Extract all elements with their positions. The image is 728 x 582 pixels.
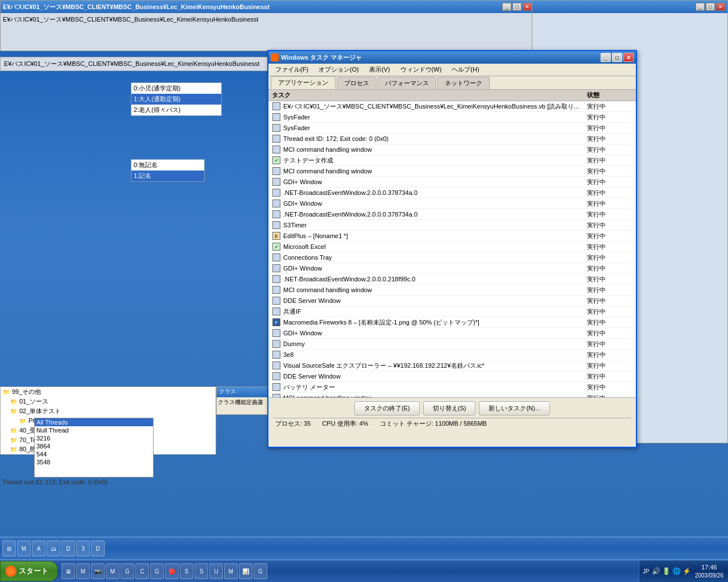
task-list-item[interactable]: MCI command handling window実行中 [268,285,636,296]
tm-minimize-btn[interactable]: _ [601,53,611,62]
taskbar-item-r1-2[interactable]: M [17,541,31,556]
thread-3548[interactable]: 3548 [35,458,153,466]
task-list-item[interactable]: FMacromedia Fireworks 8 – [名称未設定-1.png @… [268,317,636,328]
task-list-item[interactable]: .NET-BroadcastEventWindow.2.0.0.0.218f99… [268,274,636,285]
tm-tab-process[interactable]: プロセス [337,77,377,89]
tm-menu-option[interactable]: オプション(O) [314,64,363,75]
task-list-item[interactable]: 共通IF実行中 [268,306,636,317]
taskbar-item-r1-1[interactable]: ⊞ [2,541,16,556]
taskbar-item-r1-3[interactable]: A [32,541,46,556]
tm-maximize-btn[interactable]: □ [612,53,622,62]
task-list-item[interactable]: S3Timer実行中 [268,220,636,231]
tb-item-7[interactable]: G [150,563,164,579]
dropdown-1[interactable]: 0:小児(通学定期) 1:大人(通勤定期) 2:老人(得々パス) [131,82,222,116]
task-list-item[interactable]: GDI+ Window実行中 [268,177,636,188]
tree-item-01[interactable]: 📁 01_ソース [1,397,216,406]
dropdown-2-item-1[interactable]: 1:記名 [131,171,204,181]
tb-item-8[interactable]: 🔴 [165,563,179,579]
thread-544[interactable]: 544 [35,450,153,458]
taskbar-item-r1-4[interactable]: 🗂 [47,541,60,556]
tm-tab-app[interactable]: アプリケーション [271,76,336,89]
dropdown-1-item-2[interactable]: 2:老人(得々パス) [131,105,221,115]
tb-item-12[interactable]: M [224,563,238,579]
bg-window-path: E¥バスIC¥01_ソース¥MBSC_CLIENT¥MBSC_Business¥… [3,16,258,23]
task-list-item[interactable]: DDE Server Window実行中 [268,371,636,382]
task-list-item[interactable]: Connections Tray実行中 [268,252,636,263]
tb-item-6[interactable]: C [135,563,149,579]
tb-item-13[interactable]: 📊 [239,563,253,579]
tm-tab-net[interactable]: ネットワーク [437,77,490,89]
start-button[interactable]: スタート [0,561,58,581]
tb-item-2[interactable]: M [76,563,90,579]
tb-item-9[interactable]: S [180,563,193,579]
tm-win-buttons: _ □ ✕ [601,53,634,62]
tm-end-task-btn[interactable]: タスクの終了(E) [354,401,420,415]
dropdown-1-item-1[interactable]: 1:大人(通勤定期) [131,94,221,105]
tb-item-14[interactable]: G [254,563,267,579]
tm-menu-window[interactable]: ウィンドウ(W) [396,64,446,75]
task-list-item[interactable]: MCI command handling window実行中 [268,393,636,397]
app-icon-inner [272,329,280,337]
tm-switch-btn[interactable]: 切り替え(S) [423,401,476,415]
dropdown-1-item-0[interactable]: 0:小児(通学定期) [131,83,221,94]
tb-item-11[interactable]: U [209,563,223,579]
task-list-item[interactable]: バッテリ メーター実行中 [268,382,636,393]
tm-menu-help[interactable]: ヘルプ(H) [447,64,483,75]
thread-all[interactable]: All Threads [35,418,153,426]
tray-icon-4[interactable]: ⚡ [682,567,692,576]
tb-item-4[interactable]: M [106,563,119,579]
task-list-item[interactable]: E¥バスIC¥01_ソース¥MBSC_CLIENT¥MBSC_Business¥… [268,101,636,112]
task-list-item[interactable]: Visual SourceSafe エクスプローラー – ¥¥192.168.1… [268,360,636,371]
close-button[interactable]: ✕ [523,3,532,11]
task-app-icon [272,307,281,316]
task-list-item[interactable]: ✓Microsoft Excel実行中 [268,242,636,252]
task-list-item[interactable]: GDI+ Window実行中 [268,328,636,339]
tm-close-btn[interactable]: ✕ [623,53,634,62]
taskbar-item-r1-6[interactable]: 3 [76,541,90,556]
task-name: .NET-BroadcastEventWindow.2.0.0.0.378734… [283,211,587,218]
task-list-item[interactable]: Thread exit ID: 172; Exit code: 0 (0x0)実… [268,134,636,144]
task-list-item[interactable]: EEditPlus – [Noname1 *]実行中 [268,231,636,242]
task-list-item[interactable]: SysFader実行中 [268,112,636,123]
tree-item-02[interactable]: 📁 02_単体テスト [1,406,216,416]
tb-item-1[interactable]: 🖥 [61,563,75,579]
thread-null[interactable]: Null Thread [35,426,153,434]
tb-item-3[interactable]: 📷 [91,563,105,579]
taskbar-item-r1-7[interactable]: D [91,541,105,556]
dropdown-2[interactable]: 0:無記名 1:記名 [131,159,205,182]
tb-item-10[interactable]: S [195,563,208,579]
tm-menu-file[interactable]: ファイル(F) [271,64,313,75]
tm-new-task-btn[interactable]: 新しいタスク(N)... [479,401,549,415]
dropdown-2-item-0[interactable]: 0:無記名 [131,160,204,171]
right-minimize[interactable]: _ [696,3,705,11]
tray-icon-3[interactable]: 🌐 [672,567,681,576]
app-icon-inner: ✓ [272,156,280,164]
task-list-item[interactable]: ✓テストデータ作成実行中 [268,155,636,166]
task-list-item[interactable]: GDI+ Window実行中 [268,198,636,209]
task-list-item[interactable]: .NET-BroadcastEventWindow.2.0.0.0.378734… [268,209,636,220]
right-close[interactable]: ✕ [716,3,725,11]
tm-task-list[interactable]: E¥バスIC¥01_ソース¥MBSC_CLIENT¥MBSC_Business¥… [268,101,636,397]
thread-3216[interactable]: 3216 [35,434,153,442]
tm-menu-view[interactable]: 表示(V) [365,64,395,75]
task-list-item[interactable]: DDE Server Window実行中 [268,296,636,306]
tree-item-99[interactable]: 📁 99_その他 [1,387,216,397]
task-list-item[interactable]: .NET-BroadcastEventWindow.2.0.0.0.378734… [268,188,636,198]
task-list-item[interactable]: Dummy実行中 [268,339,636,350]
task-list-item[interactable]: MCI command handling window実行中 [268,166,636,177]
taskbar-item-r1-5[interactable]: D [61,541,75,556]
tray-icon-lang[interactable]: JP [642,567,651,576]
tray-icon-1[interactable]: 🔊 [652,567,661,576]
tray-icon-2[interactable]: 🔋 [662,567,671,576]
tb-item-5[interactable]: G [121,563,134,579]
minimize-button[interactable]: _ [502,3,511,11]
maximize-button[interactable]: □ [512,3,522,11]
tm-tab-perf[interactable]: パフォーマンス [378,77,436,89]
task-list-item[interactable]: SysFader実行中 [268,123,636,134]
right-maximize[interactable]: □ [706,3,715,11]
task-list-item[interactable]: GDI+ Window実行中 [268,263,636,274]
task-name: EditPlus – [Noname1 *] [283,232,587,239]
task-list-item[interactable]: 3e8実行中 [268,350,636,360]
thread-3864[interactable]: 3864 [35,442,153,450]
task-list-item[interactable]: MCI command handling window実行中 [268,144,636,155]
